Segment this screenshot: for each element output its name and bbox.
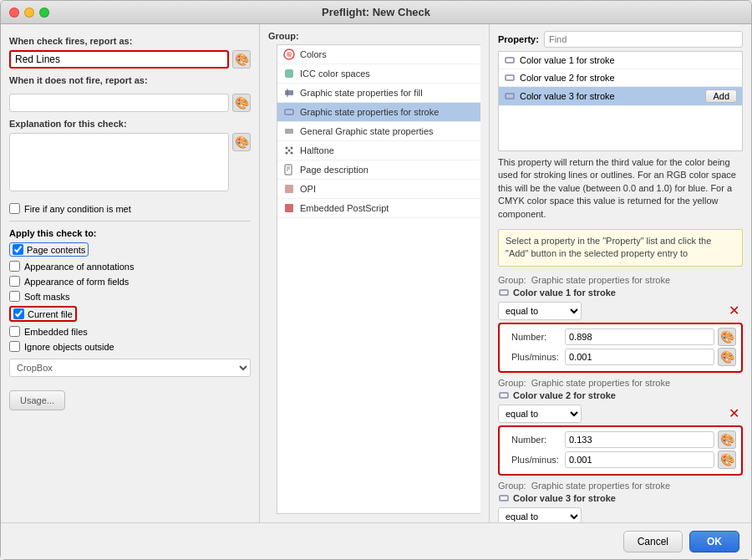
annotations-checkbox[interactable] bbox=[9, 261, 20, 272]
cancel-button[interactable]: Cancel bbox=[623, 531, 683, 552]
list-item-icc[interactable]: ICC color spaces bbox=[277, 64, 480, 84]
halftone-icon bbox=[282, 144, 296, 157]
cond2-plusminus-input[interactable] bbox=[565, 451, 714, 468]
not-fires-label: When it does not fire, report as: bbox=[9, 75, 148, 85]
svg-rect-20 bbox=[506, 94, 514, 99]
cond3-operator-select[interactable]: equal to bbox=[498, 507, 582, 522]
cond2-group-label: Group: Graphic state properties for stro… bbox=[498, 378, 743, 388]
red-lines-input[interactable] bbox=[9, 50, 229, 69]
page-contents-checkbox[interactable] bbox=[13, 244, 23, 255]
cond1-prop-label: Color value 1 for stroke bbox=[498, 287, 743, 298]
info-note: Select a property in the "Property" list… bbox=[498, 229, 743, 267]
graphic-fill-icon bbox=[282, 86, 296, 99]
list-item-embed[interactable]: Embedded PostScript bbox=[277, 199, 480, 218]
page-contents-row[interactable]: Page contents bbox=[9, 242, 251, 257]
maximize-btn[interactable] bbox=[39, 8, 49, 18]
cond2-plusminus-icon[interactable]: 🎨 bbox=[718, 451, 736, 469]
list-item-graphic-fill[interactable]: Graphic state properties for fill bbox=[277, 84, 480, 103]
ignore-outside-checkbox[interactable] bbox=[9, 341, 20, 352]
window: Preflight: New Check When check fires, r… bbox=[0, 0, 752, 560]
cond2-number-icon[interactable]: 🎨 bbox=[718, 430, 736, 449]
cond1-number-label: Number: bbox=[511, 332, 561, 342]
property-label: Property: bbox=[498, 34, 539, 44]
svg-rect-12 bbox=[285, 165, 292, 175]
cond3-operator-row: equal to bbox=[498, 507, 743, 522]
cond2-number-label: Number: bbox=[511, 435, 561, 445]
embed-icon bbox=[282, 201, 296, 215]
cond1-operator-row: equal to ✕ bbox=[498, 302, 743, 320]
cropbox-select[interactable]: CropBox bbox=[9, 359, 251, 377]
minimize-btn[interactable] bbox=[24, 8, 34, 18]
cond1-plusminus-icon[interactable]: 🎨 bbox=[718, 348, 736, 366]
embedded-files-checkbox[interactable] bbox=[9, 326, 20, 337]
colors-label: Colors bbox=[300, 49, 327, 59]
icc-label: ICC color spaces bbox=[300, 69, 370, 79]
add-button[interactable]: Add bbox=[705, 89, 737, 103]
ok-button[interactable]: OK bbox=[689, 531, 739, 552]
window-title: Preflight: New Check bbox=[322, 6, 430, 18]
bottom-bar: Cancel OK bbox=[1, 522, 751, 559]
fire-condition-checkbox[interactable] bbox=[9, 203, 20, 214]
prop-color2-label: Color value 2 for stroke bbox=[520, 73, 615, 83]
not-fires-icon-btn[interactable]: 🎨 bbox=[232, 94, 251, 112]
icc-icon bbox=[282, 67, 296, 80]
apply-label: Apply this check to: bbox=[9, 228, 251, 238]
close-btn[interactable] bbox=[9, 8, 19, 18]
current-file-checkbox[interactable] bbox=[13, 308, 24, 319]
cond1-number-row: Number: 🎨 bbox=[505, 328, 736, 346]
explanation-box[interactable] bbox=[9, 133, 229, 191]
current-file-row[interactable]: Current file bbox=[9, 306, 251, 322]
group-list-wrapper: Colors ICC color spaces Grap bbox=[268, 44, 480, 514]
soft-masks-label: Soft masks bbox=[24, 292, 69, 302]
graphic-fill-label: Graphic state properties for fill bbox=[300, 88, 423, 98]
not-fires-input[interactable] bbox=[9, 94, 229, 112]
page-label: Page description bbox=[300, 165, 368, 175]
usage-button[interactable]: Usage... bbox=[9, 390, 65, 410]
list-item-opi[interactable]: OPI bbox=[277, 180, 480, 199]
cond2-number-input[interactable] bbox=[565, 431, 714, 448]
list-item-page[interactable]: Page description bbox=[277, 160, 480, 180]
list-item-colors[interactable]: Colors bbox=[277, 45, 480, 64]
graphic-stroke-label: Graphic state properties for stroke bbox=[300, 107, 439, 117]
cond1-plusminus-input[interactable] bbox=[565, 349, 714, 365]
current-file-label: Current file bbox=[28, 309, 73, 319]
page-contents-label: Page contents bbox=[27, 245, 85, 255]
fire-condition-row: Fire if any condition is met bbox=[9, 203, 251, 214]
cond2-delete-btn[interactable]: ✕ bbox=[725, 407, 743, 420]
explanation-icon-btn[interactable]: 🎨 bbox=[232, 133, 251, 151]
cond1-icon bbox=[498, 287, 510, 298]
svg-rect-23 bbox=[500, 496, 508, 501]
prop-item-color1[interactable]: Color value 1 for stroke bbox=[499, 52, 742, 69]
not-fires-input-row: 🎨 bbox=[9, 94, 251, 112]
cond2-icon bbox=[498, 389, 510, 401]
prop-color3-icon bbox=[504, 90, 516, 102]
prop-color2-icon bbox=[504, 72, 516, 84]
fires-icon-btn[interactable]: 🎨 bbox=[232, 50, 251, 69]
fires-input-row: 🎨 bbox=[9, 50, 251, 69]
find-input[interactable] bbox=[544, 31, 743, 48]
cond1-number-input[interactable] bbox=[565, 328, 714, 345]
list-item-halftone[interactable]: Halftone bbox=[277, 141, 480, 160]
general-graphic-label: General Graphic state properties bbox=[300, 126, 434, 136]
prop-item-color3[interactable]: Color value 3 for stroke Add bbox=[499, 87, 742, 106]
list-item-general-graphic[interactable]: General Graphic state properties bbox=[277, 122, 480, 141]
halftone-label: Halftone bbox=[300, 145, 334, 155]
prop-item-color2[interactable]: Color value 2 for stroke bbox=[499, 69, 742, 87]
cond1-number-icon[interactable]: 🎨 bbox=[718, 328, 736, 346]
fire-condition-label: Fire if any condition is met bbox=[24, 204, 131, 214]
prop-item-color1-left: Color value 1 for stroke bbox=[504, 54, 615, 66]
page-contents-outlined: Page contents bbox=[9, 242, 89, 257]
form-fields-checkbox[interactable] bbox=[9, 276, 20, 287]
cond2-operator-select[interactable]: equal to bbox=[498, 405, 582, 423]
cond1-delete-btn[interactable]: ✕ bbox=[725, 304, 743, 318]
right-panel: Property: Color value 1 for stroke Color… bbox=[490, 24, 751, 522]
list-item-graphic-stroke[interactable]: Graphic state properties for stroke bbox=[277, 103, 480, 122]
soft-masks-row: Soft masks bbox=[9, 291, 251, 302]
property-list: Color value 1 for stroke Color value 2 f… bbox=[498, 51, 743, 151]
cond3-prop-label: Color value 3 for stroke bbox=[498, 492, 743, 504]
page-icon bbox=[282, 163, 296, 176]
svg-point-1 bbox=[287, 52, 292, 57]
cond1-plusminus-label: Plus/minus: bbox=[511, 352, 561, 362]
soft-masks-checkbox[interactable] bbox=[9, 291, 20, 302]
cond1-operator-select[interactable]: equal to bbox=[498, 302, 582, 320]
